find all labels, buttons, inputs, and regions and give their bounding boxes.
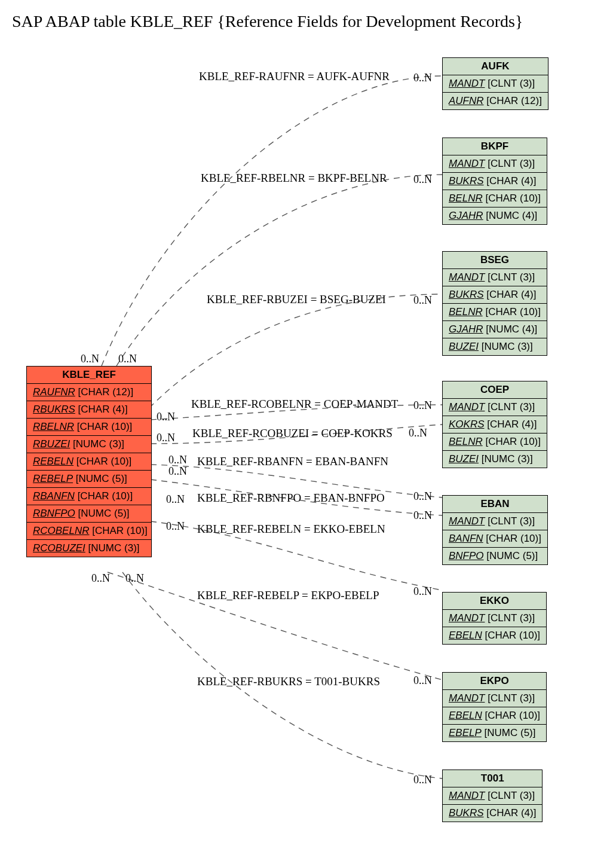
entity-kble-ref: KBLE_REF RAUFNR [CHAR (12)] RBUKRS [CHAR… — [26, 366, 152, 557]
relation-label: KBLE_REF-RBUKRS = T001-BUKRS — [197, 675, 380, 688]
cardinality: 0..N — [118, 353, 137, 365]
cardinality: 0..N — [81, 353, 99, 365]
field-row: RCOBELNR [CHAR (10)] — [27, 523, 151, 540]
relation-label: KBLE_REF-REBELN = EKKO-EBELN — [197, 523, 385, 536]
cardinality: 0..N — [413, 490, 432, 503]
relation-label: KBLE_REF-RBUZEI = BSEG-BUZEI — [207, 293, 386, 306]
relation-label: KBLE_REF-RCOBELNR = COEP-MANDT — [191, 398, 398, 411]
entity-header: EKPO — [443, 673, 546, 690]
cardinality: 0..N — [413, 72, 432, 84]
field-row: BUKRS [CHAR (4)] — [443, 805, 542, 822]
field-row: AUFNR [CHAR (12)] — [443, 93, 548, 109]
field-row: BUKRS [CHAR (4)] — [443, 173, 547, 190]
entity-header: KBLE_REF — [27, 367, 151, 384]
field-row: GJAHR [NUMC (4)] — [443, 207, 547, 224]
er-diagram: KBLE_REF RAUFNR [CHAR (12)] RBUKRS [CHAR… — [12, 37, 606, 861]
field-row: RBUZEI [NUMC (3)] — [27, 436, 151, 453]
relation-label: KBLE_REF-RBNFPO = EBAN-BNFPO — [197, 491, 385, 505]
field-row: MANDT [CLNT (3)] — [443, 513, 547, 530]
field-row: BANFN [CHAR (10)] — [443, 530, 547, 548]
page-title: SAP ABAP table KBLE_REF {Reference Field… — [12, 12, 616, 31]
cardinality: 0..N — [166, 520, 185, 533]
cardinality: 0..N — [91, 572, 110, 585]
cardinality: 0..N — [409, 427, 427, 439]
entity-ekpo: EKPO MANDT [CLNT (3)] EBELN [CHAR (10)] … — [442, 672, 547, 742]
entity-aufk: AUFK MANDT [CLNT (3)] AUFNR [CHAR (12)] — [442, 57, 548, 110]
entity-coep: COEP MANDT [CLNT (3)] KOKRS [CHAR (4)] B… — [442, 381, 547, 468]
field-row: EBELP [NUMC (5)] — [443, 725, 546, 741]
cardinality: 0..N — [413, 173, 432, 186]
cardinality: 0..N — [125, 572, 144, 585]
field-row: BELNR [CHAR (10)] — [443, 190, 547, 207]
relation-label: KBLE_REF-RAUFNR = AUFK-AUFNR — [199, 70, 390, 83]
cardinality: 0..N — [413, 399, 432, 412]
field-row: MANDT [CLNT (3)] — [443, 155, 547, 173]
field-row: BELNR [CHAR (10)] — [443, 304, 547, 321]
field-row: BELNR [CHAR (10)] — [443, 433, 547, 451]
relation-label: KBLE_REF-RBANFN = EBAN-BANFN — [197, 455, 388, 468]
cardinality: 0..N — [157, 411, 175, 423]
entity-header: COEP — [443, 381, 547, 399]
field-row: BUKRS [CHAR (4)] — [443, 286, 547, 304]
field-row: EBELN [CHAR (10)] — [443, 707, 546, 725]
entity-header: BSEG — [443, 252, 547, 269]
cardinality: 0..N — [413, 774, 432, 786]
field-row: MANDT [CLNT (3)] — [443, 690, 546, 707]
cardinality: 0..N — [157, 432, 175, 444]
field-row: RBELNR [CHAR (10)] — [27, 419, 151, 436]
field-row: RBANFN [CHAR (10)] — [27, 488, 151, 505]
field-row: EBELN [CHAR (10)] — [443, 627, 546, 644]
field-row: MANDT [CLNT (3)] — [443, 269, 547, 286]
field-row: MANDT [CLNT (3)] — [443, 75, 548, 93]
field-row: REBELP [NUMC (5)] — [27, 471, 151, 488]
field-row: MANDT [CLNT (3)] — [443, 610, 546, 627]
entity-eban: EBAN MANDT [CLNT (3)] BANFN [CHAR (10)] … — [442, 495, 548, 565]
field-row: RCOBUZEI [NUMC (3)] — [27, 540, 151, 557]
entity-header: AUFK — [443, 58, 548, 75]
field-row: BNFPO [NUMC (5)] — [443, 548, 547, 564]
field-row: REBELN [CHAR (10)] — [27, 453, 151, 471]
entity-ekko: EKKO MANDT [CLNT (3)] EBELN [CHAR (10)] — [442, 592, 547, 645]
relation-label: KBLE_REF-RCOBUZEI = COEP-KOKRS — [192, 427, 393, 440]
field-row: GJAHR [NUMC (4)] — [443, 321, 547, 338]
field-row: RAUFNR [CHAR (12)] — [27, 384, 151, 401]
field-row: RBUKRS [CHAR (4)] — [27, 401, 151, 419]
entity-header: EBAN — [443, 496, 547, 513]
field-row: RBNFPO [NUMC (5)] — [27, 505, 151, 523]
field-row: MANDT [CLNT (3)] — [443, 399, 547, 416]
field-row: MANDT [CLNT (3)] — [443, 787, 542, 805]
cardinality: 0..N — [166, 493, 185, 506]
entity-header: T001 — [443, 770, 542, 787]
entity-bseg: BSEG MANDT [CLNT (3)] BUKRS [CHAR (4)] B… — [442, 251, 547, 356]
cardinality: 0..N — [168, 465, 187, 478]
cardinality: 0..N — [413, 674, 432, 687]
cardinality: 0..N — [413, 294, 432, 307]
field-row: BUZEI [NUMC (3)] — [443, 451, 547, 468]
cardinality: 0..N — [413, 509, 432, 522]
field-row: BUZEI [NUMC (3)] — [443, 338, 547, 355]
entity-bkpf: BKPF MANDT [CLNT (3)] BUKRS [CHAR (4)] B… — [442, 138, 547, 225]
relation-label: KBLE_REF-REBELP = EKPO-EBELP — [197, 589, 379, 602]
entity-header: EKKO — [443, 593, 546, 610]
field-row: KOKRS [CHAR (4)] — [443, 416, 547, 433]
relation-label: KBLE_REF-RBELNR = BKPF-BELNR — [201, 172, 387, 185]
cardinality: 0..N — [168, 454, 187, 466]
entity-header: BKPF — [443, 138, 547, 155]
cardinality: 0..N — [413, 585, 432, 598]
entity-t001: T001 MANDT [CLNT (3)] BUKRS [CHAR (4)] — [442, 770, 543, 822]
